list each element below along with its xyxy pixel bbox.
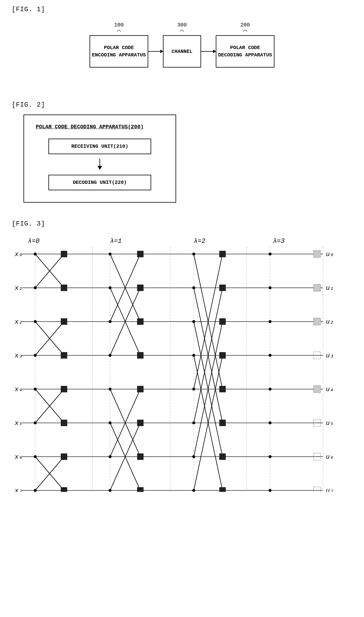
dot-s2-r6 xyxy=(192,455,195,458)
u2-label: u₂ xyxy=(326,318,333,326)
dot-s2-r7 xyxy=(192,489,195,492)
fig1-channel-box: CHANNEL xyxy=(163,35,201,68)
x2-label: x₂ xyxy=(14,318,22,326)
x4-label: x₄ xyxy=(14,386,22,393)
u4-label: u₄ xyxy=(326,386,333,393)
dot-s2-r0 xyxy=(192,253,195,255)
x3-label: x₃ xyxy=(14,352,22,359)
lambda1-label: λ=1 xyxy=(110,238,122,245)
xor-s2-r6 xyxy=(219,453,226,460)
xor-s1-r7 xyxy=(137,487,144,492)
lambda0-label: λ=0 xyxy=(28,238,40,245)
fig1-arrow2 xyxy=(201,51,216,52)
fig1-decoder-ref: 200 xyxy=(240,22,250,28)
fig3-label: [FIG. 3] xyxy=(12,220,352,228)
xor-s2-r4 xyxy=(219,386,226,392)
dot-s3-r1 xyxy=(269,286,272,289)
fig2-diagram: POLAR CODE DECODING APPARATUS(200) RECEI… xyxy=(23,115,176,203)
u0-label: u₀ xyxy=(326,251,333,258)
xor-s0-r2 xyxy=(61,318,67,325)
out-box-r7 xyxy=(314,487,321,492)
xor-s2-r3 xyxy=(219,352,226,359)
dot-s2-r3 xyxy=(192,354,195,357)
out-box-r0 xyxy=(314,251,321,258)
fig2-receiving-unit: RECEIVING UNIT(210) xyxy=(48,139,151,154)
fig1-encoder-box: POLAR CODE ENCODING APPARATUS xyxy=(90,35,148,68)
u3-label: u₃ xyxy=(326,352,333,359)
fig1-channel-ref: 300 xyxy=(177,22,187,28)
fig1-encoder-tilde: ⌒ xyxy=(114,27,124,35)
down-arrow-icon xyxy=(96,159,103,170)
fig1-encoder-ref: 100 xyxy=(114,22,124,28)
fig1-channel-tilde: ⌒ xyxy=(177,27,187,35)
fig3-diagram: λ=0 λ=1 λ=2 λ=3 xyxy=(12,233,352,492)
dot-s1-r2 xyxy=(109,320,112,323)
lambda3-label: λ=3 xyxy=(273,238,285,245)
dot-s1-r4 xyxy=(109,388,112,391)
xor-s0-r7 xyxy=(61,487,67,492)
xor-s0-r1 xyxy=(61,285,67,291)
dot-s3-r3 xyxy=(269,354,272,357)
xor-s0-r4 xyxy=(61,386,67,392)
svg-marker-1 xyxy=(97,166,102,170)
xor-s0-r0 xyxy=(61,251,67,257)
fig1-diagram: 100 ⌒ POLAR CODE ENCODING APPARATUS 300 … xyxy=(12,19,352,84)
dot-s1-r7 xyxy=(109,489,112,492)
fig2-label: [FIG. 2] xyxy=(12,101,352,109)
out-box-r1 xyxy=(314,284,321,291)
fig1-decoder-box: POLAR CODE DECODING APPARATUS xyxy=(216,35,274,68)
dot-s0-r6 xyxy=(34,455,37,458)
xor-s2-r7 xyxy=(219,487,226,492)
out-box-r4 xyxy=(314,386,321,393)
u6-label: u₆ xyxy=(326,453,333,461)
x1-label: x₁ xyxy=(14,285,22,292)
dot-s2-r4 xyxy=(192,388,195,391)
xor-s0-r6 xyxy=(61,453,67,460)
x0-label: x₀ xyxy=(14,251,22,258)
fig1-encoder-label: POLAR CODE ENCODING APPARATUS xyxy=(92,44,146,59)
xor-s1-r1 xyxy=(137,285,144,291)
dot-s3-r2 xyxy=(269,320,272,323)
xor-s1-r5 xyxy=(137,420,144,426)
dot-s2-r1 xyxy=(192,286,195,289)
dot-s1-r5 xyxy=(109,421,112,424)
fig2-title: POLAR CODE DECODING APPARATUS(200) xyxy=(36,124,164,130)
dot-s3-r0 xyxy=(269,253,272,255)
dot-s3-r7 xyxy=(269,489,272,492)
xor-s1-r3 xyxy=(137,352,144,359)
fig2-section: [FIG. 2] POLAR CODE DECODING APPARATUS(2… xyxy=(12,101,352,203)
xor-s1-r0 xyxy=(137,251,144,257)
fig1-section: [FIG. 1] 100 ⌒ POLAR CODE ENCODING APPAR… xyxy=(12,6,352,84)
dot-s1-r3 xyxy=(109,354,112,357)
fig1-channel-label: CHANNEL xyxy=(171,49,192,54)
fig2-decoding-label: DECODING UNIT(220) xyxy=(73,180,127,185)
xor-s0-r5 xyxy=(61,420,67,426)
xor-s2-r0 xyxy=(219,251,226,257)
u1-label: u₁ xyxy=(326,285,333,292)
dot-s1-r0 xyxy=(109,253,112,255)
dot-s2-r5 xyxy=(192,421,195,424)
dot-s3-r4 xyxy=(269,388,272,391)
dot-s1-r1 xyxy=(109,286,112,289)
xor-s1-r4 xyxy=(137,386,144,392)
dot-s0-r0 xyxy=(34,253,37,255)
dot-s0-r7 xyxy=(34,489,37,492)
fig2-receiving-label: RECEIVING UNIT(210) xyxy=(71,144,128,149)
dot-s2-r2 xyxy=(192,320,195,323)
dot-s0-r3 xyxy=(34,354,37,357)
dot-s0-r5 xyxy=(34,421,37,424)
xor-s0-r3 xyxy=(61,352,67,359)
xor-s2-r1 xyxy=(219,285,226,291)
xor-s2-r2 xyxy=(219,318,226,325)
xor-s1-r2 xyxy=(137,318,144,325)
fig3-section: [FIG. 3] λ=0 λ=1 λ=2 λ=3 xyxy=(12,220,352,492)
out-box-r2 xyxy=(314,318,321,325)
fig3-svg: λ=0 λ=1 λ=2 λ=3 xyxy=(12,233,352,492)
fig2-down-arrow xyxy=(36,159,164,170)
fig1-decoder-tilde: ⌒ xyxy=(240,27,250,35)
fig1-decoder-label: POLAR CODE DECODING APPARATUS xyxy=(218,44,272,59)
dot-s0-r1 xyxy=(34,286,37,289)
fig2-decoding-unit: DECODING UNIT(220) xyxy=(48,175,151,190)
u5-label: u₅ xyxy=(326,420,333,427)
fig1-label: [FIG. 1] xyxy=(12,6,352,13)
